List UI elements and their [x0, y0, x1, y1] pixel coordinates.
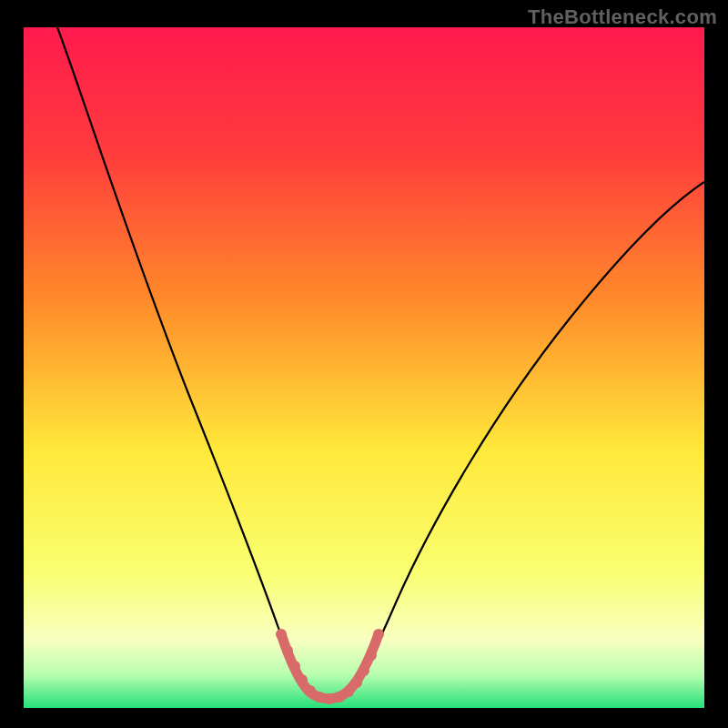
svg-point-11 [366, 650, 377, 661]
svg-point-1 [282, 645, 293, 656]
svg-point-8 [343, 686, 354, 697]
gradient-background [24, 27, 704, 708]
svg-point-7 [334, 692, 345, 703]
svg-point-2 [289, 661, 300, 672]
chart-stage: TheBottleneck.com [0, 0, 728, 728]
svg-point-0 [276, 629, 287, 640]
svg-point-3 [297, 674, 308, 685]
svg-point-4 [305, 685, 316, 696]
svg-point-9 [351, 677, 362, 688]
svg-point-12 [373, 629, 384, 640]
svg-point-10 [359, 665, 369, 676]
plot-area [24, 27, 704, 708]
watermark-text: TheBottleneck.com [528, 5, 717, 29]
svg-point-6 [324, 693, 335, 704]
svg-point-5 [314, 692, 325, 703]
chart-svg [24, 27, 704, 708]
